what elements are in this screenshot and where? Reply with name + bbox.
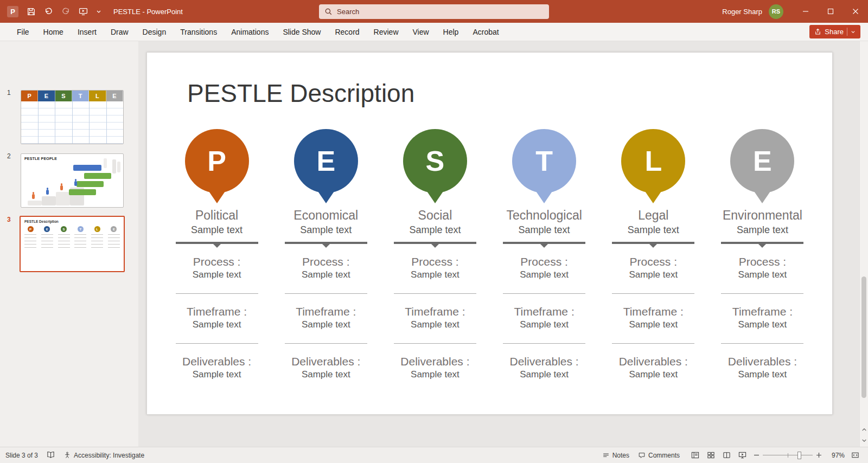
column-title[interactable]: Technological — [506, 208, 582, 223]
pestle-column-social[interactable]: S Social Sample text Process : Sample te… — [380, 129, 489, 380]
powerpoint-app-icon[interactable]: P — [7, 6, 18, 17]
undo-button[interactable] — [44, 7, 53, 16]
deliverables-text[interactable]: Sample text — [411, 369, 459, 380]
pestle-column-environmental[interactable]: E Environmental Sample text Process : Sa… — [708, 129, 817, 380]
deliverables-label[interactable]: Deliverables : — [509, 355, 578, 368]
zoom-in-button[interactable] — [813, 452, 825, 458]
zoom-percentage[interactable]: 97% — [825, 452, 847, 459]
deliverables-label[interactable]: Deliverables : — [400, 355, 469, 368]
scrollbar-thumb[interactable] — [861, 276, 866, 398]
process-label[interactable]: Process : — [630, 255, 678, 268]
column-subtitle[interactable]: Sample text — [737, 224, 788, 236]
timeframe-label[interactable]: Timeframe : — [732, 305, 793, 318]
spellcheck-button[interactable] — [47, 451, 55, 459]
deliverables-text[interactable]: Sample text — [302, 369, 350, 380]
save-button[interactable] — [27, 7, 36, 16]
avatar[interactable]: RS — [769, 4, 783, 19]
zoom-out-button[interactable] — [750, 452, 763, 458]
vertical-scrollbar[interactable] — [859, 41, 868, 447]
pestle-column-technological[interactable]: T Technological Sample text Process : Sa… — [490, 129, 599, 380]
bubble-circle[interactable]: P — [185, 129, 249, 193]
search-input[interactable] — [337, 8, 544, 16]
thick-divider-shape[interactable] — [176, 242, 258, 244]
process-text[interactable]: Sample text — [193, 269, 241, 280]
pestle-column-economical[interactable]: E Economical Sample text Process : Sampl… — [271, 129, 380, 380]
deliverables-label[interactable]: Deliverables : — [619, 355, 688, 368]
deliverables-text[interactable]: Sample text — [520, 369, 569, 380]
menu-tab-draw[interactable]: Draw — [104, 23, 136, 41]
thick-divider-shape[interactable] — [503, 242, 585, 244]
process-label[interactable]: Process : — [193, 255, 241, 268]
column-title[interactable]: Social — [418, 208, 452, 223]
bubble-circle[interactable]: L — [621, 129, 685, 193]
fit-slide-button[interactable] — [847, 447, 864, 463]
menu-tab-review[interactable]: Review — [367, 23, 406, 41]
column-subtitle[interactable]: Sample text — [409, 224, 461, 236]
deliverables-text[interactable]: Sample text — [193, 369, 241, 380]
column-subtitle[interactable]: Sample text — [628, 224, 679, 236]
process-text[interactable]: Sample text — [629, 269, 678, 280]
quick-access-chevron-icon[interactable] — [96, 9, 101, 14]
slide-sorter-view-button[interactable] — [703, 447, 719, 463]
process-label[interactable]: Process : — [520, 255, 568, 268]
menu-tab-insert[interactable]: Insert — [71, 23, 104, 41]
previous-slide-button[interactable] — [860, 424, 868, 435]
timeframe-label[interactable]: Timeframe : — [296, 305, 356, 318]
timeframe-text[interactable]: Sample text — [738, 319, 787, 330]
timeframe-text[interactable]: Sample text — [302, 319, 350, 330]
process-text[interactable]: Sample text — [738, 269, 787, 280]
deliverables-text[interactable]: Sample text — [738, 369, 787, 380]
timeframe-text[interactable]: Sample text — [193, 319, 241, 330]
timeframe-text[interactable]: Sample text — [411, 319, 459, 330]
slide-thumbnail-2[interactable]: PESTLE PEOPLE — [21, 153, 124, 208]
process-label[interactable]: Process : — [302, 255, 350, 268]
menu-tab-animations[interactable]: Animations — [224, 23, 276, 41]
next-slide-button[interactable] — [860, 435, 868, 446]
close-button[interactable] — [843, 0, 868, 23]
column-title[interactable]: Political — [195, 208, 238, 223]
column-subtitle[interactable]: Sample text — [519, 224, 570, 236]
thick-divider-shape[interactable] — [612, 242, 694, 244]
maximize-button[interactable] — [818, 0, 843, 23]
menu-tab-view[interactable]: View — [406, 23, 436, 41]
normal-view-button[interactable] — [687, 447, 703, 463]
timeframe-text[interactable]: Sample text — [520, 319, 569, 330]
comments-button[interactable]: Comments — [634, 447, 684, 463]
menu-tab-file[interactable]: File — [10, 23, 36, 41]
menu-tab-slide-show[interactable]: Slide Show — [276, 23, 328, 41]
menu-tab-home[interactable]: Home — [36, 23, 71, 41]
timeframe-label[interactable]: Timeframe : — [514, 305, 574, 318]
deliverables-label[interactable]: Deliverables : — [291, 355, 360, 368]
process-text[interactable]: Sample text — [411, 269, 459, 280]
bubble-circle[interactable]: T — [512, 129, 576, 193]
process-label[interactable]: Process : — [739, 255, 787, 268]
thick-divider-shape[interactable] — [394, 242, 476, 244]
deliverables-label[interactable]: Deliverables : — [728, 355, 797, 368]
menu-tab-transitions[interactable]: Transitions — [173, 23, 224, 41]
column-subtitle[interactable]: Sample text — [300, 224, 352, 236]
minimize-button[interactable] — [793, 0, 818, 23]
timeframe-label[interactable]: Timeframe : — [405, 305, 465, 318]
pestle-column-political[interactable]: P Political Sample text Process : Sample… — [162, 129, 271, 380]
process-text[interactable]: Sample text — [302, 269, 350, 280]
menu-tab-record[interactable]: Record — [328, 23, 366, 41]
accessibility-checker-button[interactable]: Accessibility: Investigate — [63, 452, 144, 459]
timeframe-text[interactable]: Sample text — [629, 319, 678, 330]
column-title[interactable]: Environmental — [723, 208, 802, 223]
thick-divider-shape[interactable] — [721, 242, 803, 244]
slideshow-button[interactable] — [735, 447, 750, 463]
bubble-circle[interactable]: E — [294, 129, 358, 193]
share-button[interactable]: Share — [809, 25, 860, 38]
pestle-column-legal[interactable]: L Legal Sample text Process : Sample tex… — [599, 129, 708, 380]
menu-tab-help[interactable]: Help — [436, 23, 466, 41]
start-presentation-button[interactable] — [79, 7, 88, 16]
reading-view-button[interactable] — [719, 447, 735, 463]
column-title[interactable]: Economical — [293, 208, 358, 223]
menu-tab-design[interactable]: Design — [136, 23, 174, 41]
menu-tab-acrobat[interactable]: Acrobat — [465, 23, 506, 41]
slide-counter[interactable]: Slide 3 of 3 — [5, 452, 38, 459]
zoom-slider-thumb[interactable] — [797, 452, 801, 459]
zoom-slider[interactable] — [763, 447, 813, 463]
notes-toggle-button[interactable]: Notes — [598, 447, 634, 463]
process-text[interactable]: Sample text — [520, 269, 569, 280]
